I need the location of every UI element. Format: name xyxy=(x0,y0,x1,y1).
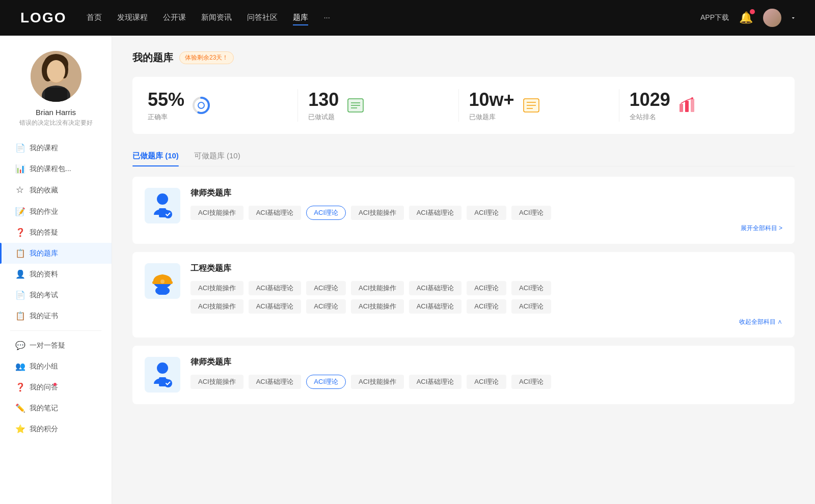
nav-qbank[interactable]: 题库 xyxy=(293,11,308,25)
engineer-icon xyxy=(149,267,176,295)
tag-eng-1[interactable]: ACI技能操作 xyxy=(191,281,243,295)
sidebar-item-course-package[interactable]: 📊 我的课程包... xyxy=(0,158,112,179)
user-name: Brian Harris xyxy=(36,108,76,117)
sidebar-label-qa: 我的答疑 xyxy=(30,228,58,237)
sidebar-item-exam[interactable]: 📄 我的考试 xyxy=(0,285,112,305)
tag-eng-4[interactable]: ACI技能操作 xyxy=(351,281,404,295)
tag-lawyer2-1[interactable]: ACI技能操作 xyxy=(191,375,243,389)
qbank-card-lawyer-1: 律师类题库 ACI技能操作 ACI基础理论 ACI理论 ACI技能操作 ACI基… xyxy=(132,177,795,244)
sidebar-label-my-courses: 我的课程 xyxy=(30,144,58,153)
nav-opencourse[interactable]: 公开课 xyxy=(163,11,186,25)
tag-lawyer1-4[interactable]: ACI技能操作 xyxy=(351,206,404,220)
tag-eng-6[interactable]: ACI理论 xyxy=(467,281,506,295)
avatar[interactable] xyxy=(763,9,781,27)
sidebar-item-my-qa[interactable]: ❓ 我的问答 xyxy=(0,377,112,398)
sidebar-label-exam: 我的考试 xyxy=(30,291,58,300)
qbank-tags-lawyer-1: ACI技能操作 ACI基础理论 ACI理论 ACI技能操作 ACI基础理论 AC… xyxy=(191,206,782,220)
sidebar-item-group[interactable]: 👥 我的小组 xyxy=(0,356,112,377)
stat-rank-value-wrap: 1029 全站排名 xyxy=(630,89,670,122)
tag-eng-13[interactable]: ACI理论 xyxy=(467,299,506,314)
qa-icon: ❓ xyxy=(15,228,24,237)
sidebar-item-certificate[interactable]: 📋 我的证书 xyxy=(0,305,112,326)
tag-lawyer1-1[interactable]: ACI技能操作 xyxy=(191,206,243,220)
nav-qa[interactable]: 问答社区 xyxy=(247,11,278,25)
qbank-tags-engineer-row2: ACI技能操作 ACI基础理论 ACI理论 ACI技能操作 ACI基础理论 AC… xyxy=(191,299,782,314)
sidebar-item-favorites[interactable]: ☆ 我的收藏 xyxy=(0,179,112,201)
sidebar-item-qbank[interactable]: 📋 我的题库 xyxy=(0,243,112,264)
lawyer2-icon xyxy=(150,361,175,389)
page-wrap: Brian Harris 错误的决定比没有决定要好 📄 我的课程 📊 我的课程包… xyxy=(0,36,815,504)
tag-eng-14[interactable]: ACI理论 xyxy=(511,299,551,314)
tag-eng-10[interactable]: ACI理论 xyxy=(306,299,346,314)
navbar: LOGO 首页 发现课程 公开课 新闻资讯 问答社区 题库 ··· APP下载 … xyxy=(0,0,815,36)
nav-home[interactable]: 首页 xyxy=(87,11,102,25)
profile-icon: 👤 xyxy=(15,269,24,279)
svg-point-33 xyxy=(160,279,165,284)
tag-lawyer1-5[interactable]: ACI基础理论 xyxy=(409,206,462,220)
engineer-icon-wrap xyxy=(145,263,180,299)
notification-bell[interactable]: 🔔 xyxy=(739,11,753,24)
tag-lawyer2-5[interactable]: ACI基础理论 xyxy=(409,375,462,389)
sidebar-item-homework[interactable]: 📝 我的作业 xyxy=(0,201,112,222)
collapse-engineer[interactable]: 收起全部科目 ∧ xyxy=(191,318,782,326)
sidebar-item-my-courses[interactable]: 📄 我的课程 xyxy=(0,137,112,158)
tag-eng-11[interactable]: ACI技能操作 xyxy=(351,299,404,314)
sidebar-item-points[interactable]: ⭐ 我的积分 xyxy=(0,418,112,439)
trial-badge: 体验剩余23天！ xyxy=(179,51,234,64)
tab-available-banks[interactable]: 可做题库 (10) xyxy=(194,146,240,166)
avatar-dropdown-icon[interactable]: ▾ xyxy=(792,14,795,21)
sidebar-label-certificate: 我的证书 xyxy=(30,312,58,321)
logo: LOGO xyxy=(20,10,66,26)
tag-lawyer2-7[interactable]: ACI理论 xyxy=(511,375,551,389)
nav-links: 首页 发现课程 公开课 新闻资讯 问答社区 题库 ··· xyxy=(87,11,680,25)
tag-lawyer2-4[interactable]: ACI技能操作 xyxy=(351,375,404,389)
tag-eng-9[interactable]: ACI基础理论 xyxy=(249,299,302,314)
stat-rank-label: 全站排名 xyxy=(630,113,670,122)
sidebar-label-favorites: 我的收藏 xyxy=(30,186,58,195)
stat-accuracy-value: 55% xyxy=(148,89,184,110)
qbank-body-engineer: 工程类题库 ACI技能操作 ACI基础理论 ACI理论 ACI技能操作 ACI基… xyxy=(191,263,782,326)
nav-discover[interactable]: 发现课程 xyxy=(117,11,148,25)
qbank-title-lawyer-2: 律师类题库 xyxy=(191,357,782,368)
stat-accuracy-label: 正确率 xyxy=(148,113,184,122)
tag-eng-3[interactable]: ACI理论 xyxy=(306,281,346,295)
svg-point-27 xyxy=(157,193,168,205)
stat-done-b-label: 已做题库 xyxy=(469,113,514,122)
tag-lawyer1-7[interactable]: ACI理论 xyxy=(511,206,551,220)
lawyer-icon-wrap xyxy=(145,188,180,223)
tag-lawyer1-6[interactable]: ACI理论 xyxy=(467,206,506,220)
svg-rect-24 xyxy=(685,101,689,112)
stat-done-q-value-wrap: 130 已做试题 xyxy=(308,89,339,122)
main-content: 我的题库 体验剩余23天！ 55% 正确率 xyxy=(112,36,815,504)
notes-icon: ✏️ xyxy=(15,403,24,413)
sidebar-label-qbank: 我的题库 xyxy=(30,249,58,258)
sidebar-item-notes[interactable]: ✏️ 我的笔记 xyxy=(0,398,112,418)
sidebar-item-profile[interactable]: 👤 我的资料 xyxy=(0,264,112,285)
stat-done-b-value: 10w+ xyxy=(469,89,514,110)
user-avatar-svg xyxy=(31,51,82,102)
app-download-button[interactable]: APP下载 xyxy=(700,13,729,22)
tag-eng-5[interactable]: ACI基础理论 xyxy=(409,281,462,295)
tag-eng-7[interactable]: ACI理论 xyxy=(511,281,551,295)
tag-eng-8[interactable]: ACI技能操作 xyxy=(191,299,243,314)
tag-eng-2[interactable]: ACI基础理论 xyxy=(249,281,302,295)
1to1-icon: 💬 xyxy=(15,341,24,350)
stat-rank: 1029 全站排名 xyxy=(619,89,779,122)
tag-lawyer2-6[interactable]: ACI理论 xyxy=(467,375,506,389)
tag-lawyer2-2[interactable]: ACI基础理论 xyxy=(249,375,302,389)
tag-lawyer1-2[interactable]: ACI基础理论 xyxy=(249,206,302,220)
tab-done-banks[interactable]: 已做题库 (10) xyxy=(132,146,179,166)
tag-eng-12[interactable]: ACI基础理论 xyxy=(409,299,462,314)
expand-lawyer-1[interactable]: 展开全部科目 > xyxy=(191,224,782,233)
favorite-icon: ☆ xyxy=(15,185,24,195)
nav-more[interactable]: ··· xyxy=(323,11,330,25)
stat-done-q-label: 已做试题 xyxy=(308,113,339,122)
nav-news[interactable]: 新闻资讯 xyxy=(201,11,232,25)
sidebar-item-1to1[interactable]: 💬 一对一答疑 xyxy=(0,335,112,356)
tag-lawyer1-3[interactable]: ACI理论 xyxy=(306,206,346,220)
stat-done-banks: 10w+ 已做题库 xyxy=(459,89,619,122)
svg-point-34 xyxy=(157,362,168,374)
tag-lawyer2-3[interactable]: ACI理论 xyxy=(306,375,346,389)
sidebar-item-qa[interactable]: ❓ 我的答疑 xyxy=(0,222,112,243)
exam-icon: 📄 xyxy=(15,290,24,300)
